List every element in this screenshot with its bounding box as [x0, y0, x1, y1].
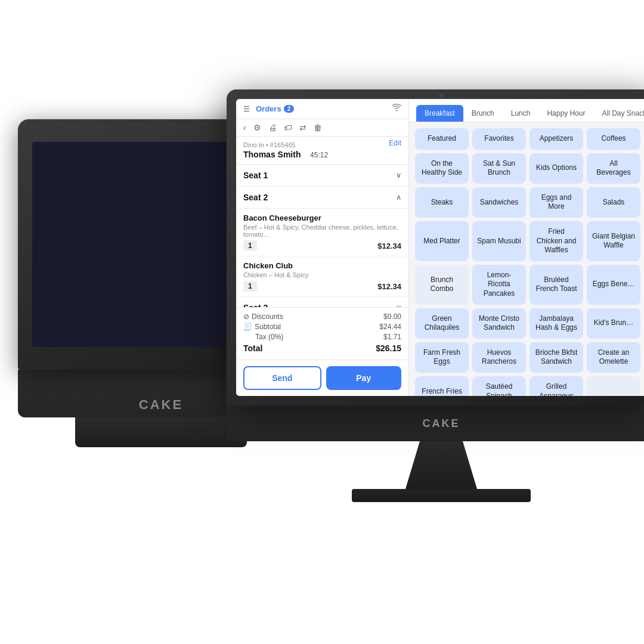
pos-screen: ☰ Orders 2 — [236, 99, 644, 396]
rear-cake-logo: CAKE — [139, 397, 183, 413]
orders-tab[interactable]: Orders 2 — [256, 104, 294, 113]
menu-item-favorites[interactable]: Favorites — [472, 128, 526, 150]
totals-section: ⊘ Discounts $0.00 🧾 Subtotal $24 — [236, 307, 408, 360]
menu-grid: Featured Favorites Appetizers Coffees On… — [409, 122, 644, 396]
total-label: Total — [243, 343, 262, 353]
menu-item-monte-cristo[interactable]: Monte Cristo Sandwich — [472, 308, 526, 339]
main-cake-logo: CAKE — [422, 417, 460, 430]
seat-1-chevron: ∨ — [396, 171, 401, 179]
total-val: $26.15 — [376, 343, 401, 353]
seat-3-label: Seat 3 — [243, 303, 268, 307]
category-tabs: Breakfast Brunch Lunch Happy Hour All Da… — [409, 99, 644, 122]
main-monitor-body: ☰ Orders 2 — [227, 89, 644, 405]
subtotal-row: 🧾 Subtotal $24.44 — [243, 323, 401, 331]
nav-bar: ‹ ⚙ 🖨 🏷 ⇄ 🗑 — [236, 119, 408, 137]
menu-item-farm-fresh-eggs[interactable]: Farm Fresh Eggs — [415, 342, 469, 373]
main-monitor-base: CAKE — [227, 405, 644, 441]
item-desc-bacon: Beef – Hot & Spicy, Cheddar cheese, pick… — [243, 224, 401, 238]
menu-item-spam-musubi[interactable]: Spam Musubi — [472, 221, 526, 261]
item-row-bacon: 1 $12.34 — [243, 240, 401, 251]
order-info: Dino In • #165465 Thomas Smith 45:12 Edi… — [236, 137, 408, 165]
menu-item-kids-options[interactable]: Kids Options — [530, 153, 583, 184]
menu-item-sat-sun-brunch[interactable]: Sat & Sun Brunch — [472, 153, 526, 184]
tab-lunch[interactable]: Lunch — [503, 105, 539, 122]
menu-item-brulee-french-toast[interactable]: Bruléed French Toast — [530, 265, 583, 305]
menu-item-brioche-sandwich[interactable]: Brioche Bkfst Sandwich — [530, 342, 583, 373]
menu-item-appetizers[interactable]: Appetizers — [530, 128, 583, 150]
discounts-row: ⊘ Discounts $0.00 — [243, 312, 401, 321]
order-item-bacon-cheeseburger: Bacon Cheeseburger Beef – Hot & Spicy, C… — [236, 209, 408, 256]
menu-item-steaks[interactable]: Steaks — [415, 187, 469, 218]
menu-item-med-platter[interactable]: Med Platter — [415, 221, 469, 261]
send-button[interactable]: Send — [243, 366, 321, 390]
menu-item-lemon-ricotta[interactable]: Lemon-Ricotta Pancakes — [472, 265, 526, 305]
menu-item-kids-brun[interactable]: Kid's Brun… — [587, 308, 640, 339]
menu-item-healthy-side[interactable]: On the Healthy Side — [415, 153, 469, 184]
print-icon[interactable]: 🖨 — [268, 123, 277, 132]
rear-monitor-base — [75, 417, 247, 447]
main-monitor: ☰ Orders 2 — [227, 89, 644, 507]
seat-1-header[interactable]: Seat 1 ∨ — [236, 165, 408, 187]
tag-icon[interactable]: 🏷 — [284, 123, 292, 132]
menu-item-grilled-asparagus[interactable]: Grilled Asparagus — [530, 376, 583, 396]
item-row-chicken: 1 $12.34 — [243, 281, 401, 292]
item-name-bacon: Bacon Cheeseburger — [243, 213, 401, 222]
menu-item-sauteed-spinach[interactable]: Sautéed Spinach — [472, 376, 526, 396]
transfer-icon[interactable]: ⇄ — [299, 123, 306, 132]
right-panel: Breakfast Brunch Lunch Happy Hour All Da… — [409, 99, 644, 396]
menu-item-fried-chicken-waffles[interactable]: Fried Chicken and Waffles — [530, 221, 583, 261]
hamburger-icon[interactable]: ☰ — [243, 105, 250, 113]
menu-item-all-beverages[interactable]: All Beverages — [587, 153, 640, 184]
pos-ui: ☰ Orders 2 — [236, 99, 644, 396]
seat-2-header[interactable]: Seat 2 ∧ — [236, 187, 408, 209]
seat-2-chevron: ∧ — [396, 193, 401, 202]
back-icon[interactable]: ‹ — [243, 123, 246, 132]
left-panel: ☰ Orders 2 — [236, 99, 409, 396]
order-meta: Dino In • #165465 — [243, 141, 401, 148]
orders-badge: 2 — [284, 105, 295, 113]
menu-item-green-chilaquiles[interactable]: Green Chilaquiles — [415, 308, 469, 339]
menu-item-empty — [587, 376, 640, 396]
seat-2-label: Seat 2 — [243, 193, 268, 202]
tab-brunch[interactable]: Brunch — [463, 105, 503, 122]
menu-item-create-omelette[interactable]: Create an Omelette — [587, 342, 640, 373]
order-list: Seat 1 ∨ Seat 2 ∧ Bacon Cheeseburger — [236, 165, 408, 307]
tab-happy-hour[interactable]: Happy Hour — [538, 105, 593, 122]
wifi-icon — [392, 104, 401, 114]
tab-all-day-snacks[interactable]: All Day Snacks — [593, 105, 644, 122]
menu-item-eggs-bene[interactable]: Eggs Bene… — [587, 265, 640, 305]
order-item-chicken-club: Chicken Club Chicken – Hot & Spicy 1 $12… — [236, 256, 408, 297]
delete-icon[interactable]: 🗑 — [314, 123, 322, 132]
item-name-chicken: Chicken Club — [243, 261, 401, 270]
menu-item-salads[interactable]: Salads — [587, 187, 640, 218]
order-name: Thomas Smith 45:12 — [243, 150, 328, 159]
discounts-val: $0.00 — [383, 312, 401, 321]
menu-item-huevos-rancheros[interactable]: Huevos Rancheros — [472, 342, 526, 373]
menu-item-jambalaya[interactable]: Jambalaya Hash & Eggs — [530, 308, 583, 339]
item-qty-bacon[interactable]: 1 — [243, 240, 257, 251]
menu-item-giant-belgian-waffle[interactable]: Giant Belgian Waffle — [587, 221, 640, 261]
top-bar: ☰ Orders 2 — [236, 99, 408, 119]
menu-item-sandwiches[interactable]: Sandwiches — [472, 187, 526, 218]
tax-label: Tax (0%) — [243, 333, 283, 341]
scene: CAKE ☰ Orders 2 — [0, 0, 644, 644]
edit-button[interactable]: Edit — [389, 139, 401, 147]
menu-item-eggs-more[interactable]: Eggs and More — [530, 187, 583, 218]
menu-item-coffees[interactable]: Coffees — [587, 128, 640, 150]
filter-icon[interactable]: ⚙ — [253, 123, 261, 132]
total-row: Total $26.15 — [243, 343, 401, 353]
discount-icon: ⊘ — [243, 312, 249, 321]
monitor-stand — [405, 441, 477, 489]
tab-breakfast[interactable]: Breakfast — [416, 105, 463, 122]
pay-button[interactable]: Pay — [326, 366, 402, 390]
subtotal-icon: 🧾 — [243, 323, 252, 331]
menu-item-featured[interactable]: Featured — [415, 128, 469, 150]
item-price-bacon: $12.34 — [377, 242, 401, 250]
action-buttons: Send Pay — [236, 360, 408, 396]
item-qty-chicken[interactable]: 1 — [243, 281, 257, 292]
menu-item-brunch-combo: Brunch Combo — [415, 265, 469, 305]
seat-3-header[interactable]: Seat 3 ∨ — [236, 297, 408, 307]
menu-item-french-fries[interactable]: French Fries — [415, 376, 469, 396]
item-price-chicken: $12.34 — [377, 282, 401, 291]
tax-row: Tax (0%) $1.71 — [243, 333, 401, 341]
